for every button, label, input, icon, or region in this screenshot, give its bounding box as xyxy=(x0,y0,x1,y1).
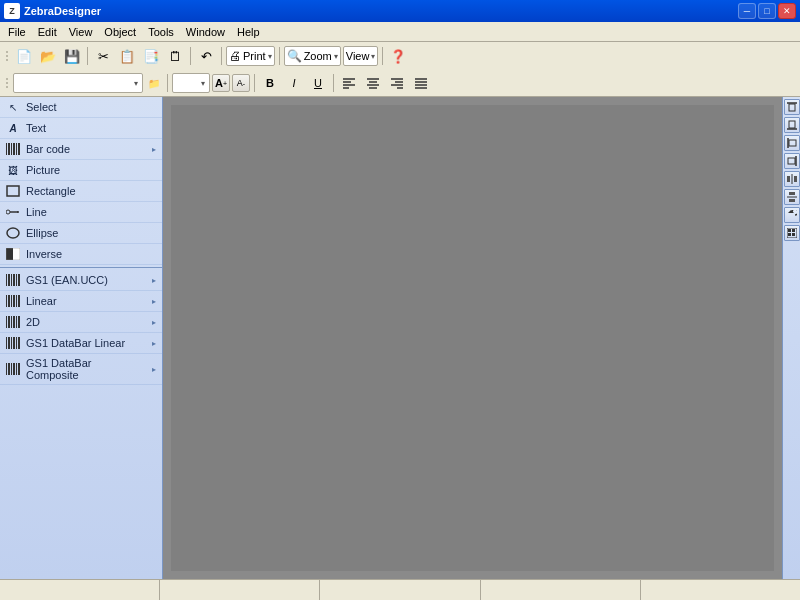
menu-window[interactable]: Window xyxy=(180,24,231,40)
text-label: Text xyxy=(26,122,46,134)
status-bar xyxy=(0,579,800,600)
svg-rect-16 xyxy=(6,143,7,155)
svg-rect-58 xyxy=(16,363,17,375)
tool-text[interactable]: A Text xyxy=(0,118,162,139)
align-right-side-button[interactable] xyxy=(784,153,800,169)
undo-button[interactable]: ↶ xyxy=(195,45,217,67)
ellipse-label: Ellipse xyxy=(26,227,58,239)
menu-object[interactable]: Object xyxy=(98,24,142,40)
copyformat-button[interactable]: 🗒 xyxy=(164,45,186,67)
font-size-dropdown[interactable]: ▾ xyxy=(172,73,210,93)
gs1-databar-linear-label: GS1 DataBar Linear xyxy=(26,337,125,349)
svg-rect-72 xyxy=(789,199,795,202)
svg-rect-42 xyxy=(6,316,7,328)
line-label: Line xyxy=(26,206,47,218)
view-dropdown[interactable]: View ▾ xyxy=(343,46,379,66)
help-button[interactable]: ❓ xyxy=(387,45,409,67)
2d-arrow-icon: ▸ xyxy=(152,318,156,327)
toolbar-row-2: ▾ 📁 ▾ A+ A- B I U xyxy=(0,70,800,96)
svg-rect-21 xyxy=(18,143,20,155)
align-center-button[interactable] xyxy=(362,73,384,93)
svg-rect-33 xyxy=(13,274,15,286)
menu-tools[interactable]: Tools xyxy=(142,24,180,40)
svg-rect-20 xyxy=(16,143,17,155)
design-canvas[interactable] xyxy=(171,105,774,571)
svg-rect-31 xyxy=(8,274,10,286)
tool-inverse[interactable]: Inverse xyxy=(0,244,162,265)
tool-rectangle[interactable]: Rectangle xyxy=(0,181,162,202)
justify-button[interactable] xyxy=(410,73,432,93)
underline-button[interactable]: U xyxy=(307,73,329,93)
gs1-databar-composite-icon xyxy=(6,362,20,376)
cut-button[interactable]: ✂ xyxy=(92,45,114,67)
open-button[interactable]: 📂 xyxy=(37,45,59,67)
status-section-4 xyxy=(481,580,641,600)
barcode-2d[interactable]: 2D ▸ xyxy=(0,312,162,333)
svg-rect-40 xyxy=(16,295,17,307)
minimize-button[interactable]: ─ xyxy=(738,3,756,19)
gs1-databar-linear-icon xyxy=(6,336,20,350)
svg-point-23 xyxy=(6,210,10,214)
menu-help[interactable]: Help xyxy=(231,24,266,40)
menu-file[interactable]: File xyxy=(2,24,32,40)
close-button[interactable]: ✕ xyxy=(778,3,796,19)
picture-label: Picture xyxy=(26,164,60,176)
font-family-dropdown[interactable]: ▾ xyxy=(13,73,143,93)
2d-label: 2D xyxy=(26,316,40,328)
svg-rect-71 xyxy=(789,192,795,195)
font-size-arrow-icon: ▾ xyxy=(201,79,205,88)
line-icon xyxy=(6,205,20,219)
zoom-dropdown[interactable]: 🔍 Zoom ▾ xyxy=(284,46,341,66)
menu-view[interactable]: View xyxy=(63,24,99,40)
svg-rect-37 xyxy=(8,295,10,307)
barcode-linear[interactable]: Linear ▸ xyxy=(0,291,162,312)
barcode-gs1-databar-composite[interactable]: GS1 DataBar Composite ▸ xyxy=(0,354,162,385)
svg-rect-41 xyxy=(18,295,20,307)
align-top-button[interactable] xyxy=(784,99,800,115)
tool-barcode[interactable]: Bar code ▸ xyxy=(0,139,162,160)
svg-rect-47 xyxy=(18,316,20,328)
rotate-left-button[interactable] xyxy=(784,207,800,223)
toolbar-separator-1 xyxy=(87,47,88,65)
distribute-h-button[interactable] xyxy=(784,171,800,187)
svg-rect-57 xyxy=(13,363,15,375)
font-size-decrease-button[interactable]: A- xyxy=(232,74,250,92)
align-left-side-button[interactable] xyxy=(784,135,800,151)
paste-button[interactable]: 📑 xyxy=(140,45,162,67)
font-browse-button[interactable]: 📁 xyxy=(145,72,163,94)
svg-rect-18 xyxy=(11,143,12,155)
distribute-v-button[interactable] xyxy=(784,189,800,205)
barcode-gs1-databar-linear[interactable]: GS1 DataBar Linear ▸ xyxy=(0,333,162,354)
status-section-1 xyxy=(0,580,160,600)
save-button[interactable]: 💾 xyxy=(61,45,83,67)
tool-ellipse[interactable]: Ellipse xyxy=(0,223,162,244)
linear-arrow-icon: ▸ xyxy=(152,297,156,306)
svg-rect-19 xyxy=(13,143,15,155)
align-bottom-button[interactable] xyxy=(784,117,800,133)
align-right-button[interactable] xyxy=(386,73,408,93)
align-left-button[interactable] xyxy=(338,73,360,93)
tool-line[interactable]: Line xyxy=(0,202,162,223)
bold-button[interactable]: B xyxy=(259,73,281,93)
font-family-arrow-icon: ▾ xyxy=(134,79,138,88)
maximize-button[interactable]: □ xyxy=(758,3,776,19)
svg-rect-48 xyxy=(6,337,7,349)
toolbar-separator-4 xyxy=(279,47,280,65)
menu-edit[interactable]: Edit xyxy=(32,24,63,40)
svg-rect-65 xyxy=(789,140,796,146)
properties-button[interactable] xyxy=(784,225,800,241)
tool-picture[interactable]: 🖼 Picture xyxy=(0,160,162,181)
toolbar-row-1: 📄 📂 💾 ✂ 📋 📑 🗒 ↶ 🖨 Print ▾ 🔍 Zoom ▾ View … xyxy=(0,42,800,70)
select-icon: ↖ xyxy=(6,100,20,114)
print-dropdown[interactable]: 🖨 Print ▾ xyxy=(226,46,275,66)
italic-button[interactable]: I xyxy=(283,73,305,93)
toolbar-separator-5 xyxy=(382,47,383,65)
new-button[interactable]: 📄 xyxy=(13,45,35,67)
tool-select[interactable]: ↖ Select xyxy=(0,97,162,118)
font-size-increase-button[interactable]: A+ xyxy=(212,74,230,92)
svg-rect-69 xyxy=(794,176,797,182)
svg-rect-30 xyxy=(6,274,7,286)
barcode-gs1[interactable]: GS1 (EAN.UCC) ▸ xyxy=(0,270,162,291)
zoom-arrow-icon: ▾ xyxy=(334,52,338,61)
copy-button[interactable]: 📋 xyxy=(116,45,138,67)
